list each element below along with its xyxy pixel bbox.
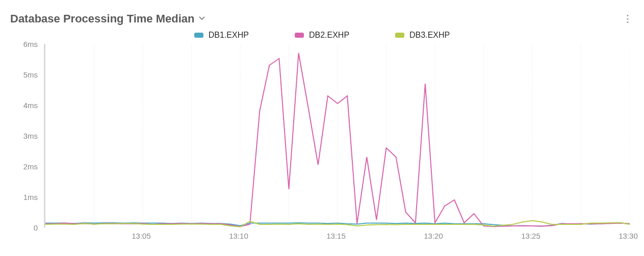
- y-tick-label: 4ms: [23, 101, 38, 110]
- legend-label: DB1.EXHP: [209, 31, 249, 40]
- chart-header: Database Processing Time Median: [10, 12, 634, 25]
- y-tick-label: 0: [34, 223, 38, 232]
- x-tick-label: 13:30: [619, 232, 638, 240]
- x-tick-label: 13:20: [424, 232, 443, 240]
- x-tick-label: 13:05: [132, 232, 151, 240]
- series-line: [45, 53, 630, 226]
- caret-down-icon: [199, 14, 205, 23]
- legend-item-db2[interactable]: DB2.EXHP: [295, 31, 349, 40]
- chart-legend: DB1.EXHPDB2.EXHPDB3.EXHP: [10, 31, 634, 40]
- x-tick-label: 13:10: [229, 232, 248, 240]
- legend-label: DB3.EXHP: [409, 31, 450, 40]
- legend-swatch-icon: [194, 33, 203, 38]
- svg-point-2: [627, 21, 628, 23]
- kebab-icon: [626, 14, 629, 23]
- legend-swatch-icon: [295, 33, 304, 38]
- more-options-button[interactable]: [622, 13, 634, 25]
- legend-item-db1[interactable]: DB1.EXHP: [194, 31, 249, 40]
- svg-point-0: [627, 15, 628, 16]
- chart-title: Database Processing Time Median: [10, 12, 195, 25]
- legend-swatch-icon: [395, 33, 404, 38]
- chart-area: 01ms2ms3ms4ms5ms6ms 13:0513:1013:1513:20…: [10, 44, 634, 243]
- legend-label: DB2.EXHP: [309, 31, 349, 40]
- y-tick-label: 5ms: [23, 70, 38, 79]
- y-tick-label: 6ms: [23, 40, 38, 48]
- x-axis: 13:0513:1013:1513:2013:2513:30: [44, 229, 630, 243]
- legend-item-db3[interactable]: DB3.EXHP: [395, 31, 450, 40]
- y-tick-label: 2ms: [23, 162, 38, 171]
- title-dropdown[interactable]: Database Processing Time Median: [10, 12, 205, 25]
- x-tick-label: 13:25: [521, 232, 540, 240]
- y-axis: 01ms2ms3ms4ms5ms6ms: [10, 44, 41, 227]
- plot-area[interactable]: [44, 44, 630, 227]
- y-tick-label: 1ms: [23, 193, 38, 201]
- svg-point-1: [627, 18, 628, 19]
- y-tick-label: 3ms: [23, 132, 38, 140]
- x-tick-label: 13:15: [326, 232, 346, 240]
